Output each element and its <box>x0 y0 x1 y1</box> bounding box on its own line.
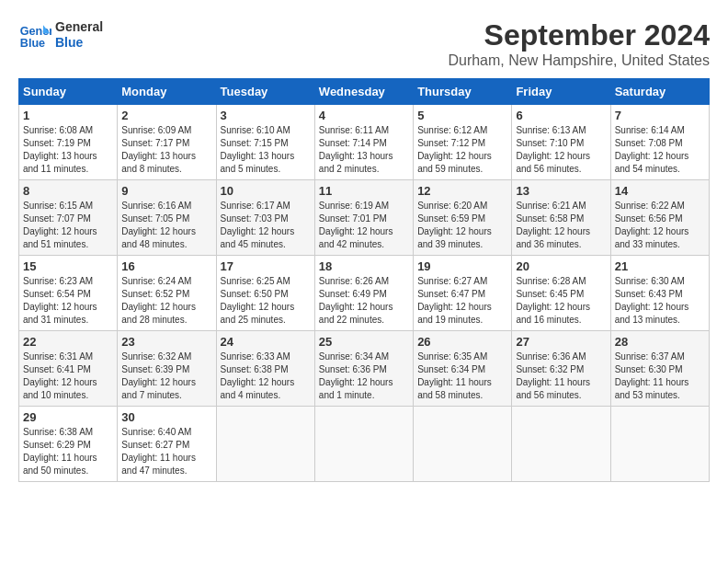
day-info: Sunrise: 6:12 AMSunset: 7:12 PMDaylight:… <box>417 124 507 176</box>
day-number: 11 <box>319 184 409 198</box>
day-cell: 1Sunrise: 6:08 AMSunset: 7:19 PMDaylight… <box>19 105 118 180</box>
day-number: 19 <box>417 259 507 273</box>
day-cell: 13Sunrise: 6:21 AMSunset: 6:58 PMDayligh… <box>512 180 610 256</box>
day-cell: 12Sunrise: 6:20 AMSunset: 6:59 PMDayligh… <box>414 180 512 256</box>
day-info: Sunrise: 6:31 AMSunset: 6:41 PMDaylight:… <box>23 350 113 402</box>
day-info: Sunrise: 6:27 AMSunset: 6:47 PMDaylight:… <box>417 275 507 327</box>
day-info: Sunrise: 6:32 AMSunset: 6:39 PMDaylight:… <box>121 350 211 402</box>
day-number: 21 <box>615 259 705 273</box>
day-number: 23 <box>121 335 211 349</box>
day-number: 26 <box>417 335 507 349</box>
weekday-header-friday: Friday <box>512 79 610 105</box>
day-number: 16 <box>121 259 211 273</box>
day-info: Sunrise: 6:36 AMSunset: 6:32 PMDaylight:… <box>516 350 606 402</box>
svg-text:Blue: Blue <box>20 37 45 50</box>
logo-line2: Blue <box>55 35 103 51</box>
day-info: Sunrise: 6:17 AMSunset: 7:03 PMDaylight:… <box>221 200 311 251</box>
day-info: Sunrise: 6:09 AMSunset: 7:17 PMDaylight:… <box>121 124 211 176</box>
day-cell: 20Sunrise: 6:28 AMSunset: 6:45 PMDayligh… <box>512 256 610 331</box>
day-cell: 3Sunrise: 6:10 AMSunset: 7:15 PMDaylight… <box>216 105 314 180</box>
day-number: 8 <box>23 184 113 198</box>
day-info: Sunrise: 6:21 AMSunset: 6:58 PMDaylight:… <box>516 200 606 251</box>
day-number: 2 <box>121 109 211 122</box>
day-info: Sunrise: 6:34 AMSunset: 6:36 PMDaylight:… <box>319 350 409 402</box>
day-info: Sunrise: 6:37 AMSunset: 6:30 PMDaylight:… <box>615 350 705 402</box>
day-number: 29 <box>23 410 113 424</box>
day-cell: 4Sunrise: 6:11 AMSunset: 7:14 PMDaylight… <box>314 105 413 180</box>
week-row-1: 1Sunrise: 6:08 AMSunset: 7:19 PMDaylight… <box>19 105 710 180</box>
day-number: 5 <box>417 109 507 122</box>
day-cell: 11Sunrise: 6:19 AMSunset: 7:01 PMDayligh… <box>314 180 413 256</box>
day-number: 12 <box>417 184 507 198</box>
week-row-2: 8Sunrise: 6:15 AMSunset: 7:07 PMDaylight… <box>19 180 710 256</box>
day-number: 13 <box>516 184 606 198</box>
day-cell: 29Sunrise: 6:38 AMSunset: 6:29 PMDayligh… <box>19 407 118 482</box>
day-cell: 18Sunrise: 6:26 AMSunset: 6:49 PMDayligh… <box>314 256 413 331</box>
location-title: Durham, New Hampshire, United States <box>448 52 710 69</box>
day-cell: 21Sunrise: 6:30 AMSunset: 6:43 PMDayligh… <box>610 256 709 331</box>
day-info: Sunrise: 6:08 AMSunset: 7:19 PMDaylight:… <box>23 124 113 176</box>
day-cell: 24Sunrise: 6:33 AMSunset: 6:38 PMDayligh… <box>216 331 314 407</box>
day-cell: 9Sunrise: 6:16 AMSunset: 7:05 PMDaylight… <box>118 180 216 256</box>
day-number: 18 <box>319 259 409 273</box>
day-number: 1 <box>23 109 113 122</box>
day-info: Sunrise: 6:30 AMSunset: 6:43 PMDaylight:… <box>615 275 705 327</box>
day-cell: 30Sunrise: 6:40 AMSunset: 6:27 PMDayligh… <box>118 407 216 482</box>
day-info: Sunrise: 6:11 AMSunset: 7:14 PMDaylight:… <box>319 124 409 176</box>
day-cell: 15Sunrise: 6:23 AMSunset: 6:54 PMDayligh… <box>19 256 118 331</box>
day-number: 24 <box>221 335 311 349</box>
weekday-header-tuesday: Tuesday <box>216 79 314 105</box>
day-info: Sunrise: 6:20 AMSunset: 6:59 PMDaylight:… <box>417 200 507 251</box>
day-cell: 7Sunrise: 6:14 AMSunset: 7:08 PMDaylight… <box>610 105 709 180</box>
day-info: Sunrise: 6:33 AMSunset: 6:38 PMDaylight:… <box>221 350 311 402</box>
day-cell: 23Sunrise: 6:32 AMSunset: 6:39 PMDayligh… <box>118 331 216 407</box>
day-number: 7 <box>615 109 705 122</box>
day-cell <box>414 407 512 482</box>
day-number: 4 <box>319 109 409 122</box>
month-title: September 2024 <box>448 18 710 52</box>
day-number: 27 <box>516 335 606 349</box>
day-info: Sunrise: 6:13 AMSunset: 7:10 PMDaylight:… <box>516 124 606 176</box>
day-number: 28 <box>615 335 705 349</box>
day-cell: 5Sunrise: 6:12 AMSunset: 7:12 PMDaylight… <box>414 105 512 180</box>
day-number: 17 <box>221 259 311 273</box>
day-info: Sunrise: 6:16 AMSunset: 7:05 PMDaylight:… <box>121 200 211 251</box>
day-number: 6 <box>516 109 606 122</box>
day-info: Sunrise: 6:23 AMSunset: 6:54 PMDaylight:… <box>23 275 113 327</box>
day-cell: 19Sunrise: 6:27 AMSunset: 6:47 PMDayligh… <box>414 256 512 331</box>
day-cell: 2Sunrise: 6:09 AMSunset: 7:17 PMDaylight… <box>118 105 216 180</box>
day-cell: 28Sunrise: 6:37 AMSunset: 6:30 PMDayligh… <box>610 331 709 407</box>
title-area: September 2024 Durham, New Hampshire, Un… <box>448 18 710 69</box>
logo: General Blue General Blue <box>18 18 103 52</box>
day-number: 3 <box>221 109 311 122</box>
day-cell: 22Sunrise: 6:31 AMSunset: 6:41 PMDayligh… <box>19 331 118 407</box>
day-info: Sunrise: 6:35 AMSunset: 6:34 PMDaylight:… <box>417 350 507 402</box>
day-info: Sunrise: 6:24 AMSunset: 6:52 PMDaylight:… <box>121 275 211 327</box>
week-row-5: 29Sunrise: 6:38 AMSunset: 6:29 PMDayligh… <box>19 407 710 482</box>
day-info: Sunrise: 6:38 AMSunset: 6:29 PMDaylight:… <box>23 426 113 477</box>
day-cell: 16Sunrise: 6:24 AMSunset: 6:52 PMDayligh… <box>118 256 216 331</box>
day-cell <box>512 407 610 482</box>
day-info: Sunrise: 6:10 AMSunset: 7:15 PMDaylight:… <box>221 124 311 176</box>
day-info: Sunrise: 6:22 AMSunset: 6:56 PMDaylight:… <box>615 200 705 251</box>
day-cell: 26Sunrise: 6:35 AMSunset: 6:34 PMDayligh… <box>414 331 512 407</box>
weekday-header-thursday: Thursday <box>414 79 512 105</box>
day-cell: 27Sunrise: 6:36 AMSunset: 6:32 PMDayligh… <box>512 331 610 407</box>
calendar-table: SundayMondayTuesdayWednesdayThursdayFrid… <box>18 78 710 482</box>
day-number: 9 <box>121 184 211 198</box>
weekday-header-wednesday: Wednesday <box>314 79 413 105</box>
weekday-header-saturday: Saturday <box>610 79 709 105</box>
day-info: Sunrise: 6:26 AMSunset: 6:49 PMDaylight:… <box>319 275 409 327</box>
day-number: 30 <box>121 410 211 424</box>
day-info: Sunrise: 6:15 AMSunset: 7:07 PMDaylight:… <box>23 200 113 251</box>
day-number: 10 <box>221 184 311 198</box>
day-cell: 17Sunrise: 6:25 AMSunset: 6:50 PMDayligh… <box>216 256 314 331</box>
week-row-4: 22Sunrise: 6:31 AMSunset: 6:41 PMDayligh… <box>19 331 710 407</box>
weekday-header-sunday: Sunday <box>19 79 118 105</box>
day-number: 15 <box>23 259 113 273</box>
day-cell: 6Sunrise: 6:13 AMSunset: 7:10 PMDaylight… <box>512 105 610 180</box>
logo-line1: General <box>55 19 103 35</box>
header: General Blue General Blue September 2024… <box>18 18 710 69</box>
week-row-3: 15Sunrise: 6:23 AMSunset: 6:54 PMDayligh… <box>19 256 710 331</box>
day-cell <box>610 407 709 482</box>
